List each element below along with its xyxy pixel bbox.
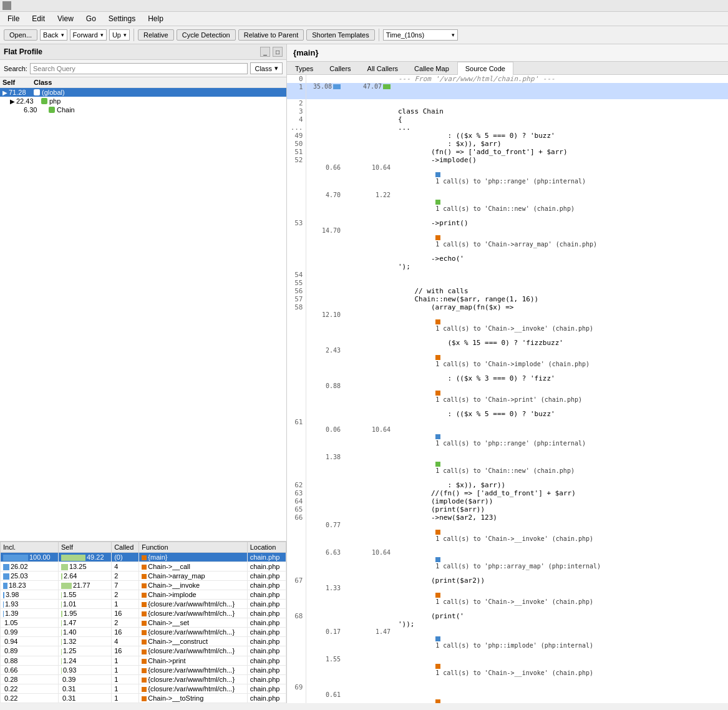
menu-help[interactable]: Help <box>145 13 166 24</box>
source-line[interactable]: 57 Chain::new($arr, range(1, 16)) <box>287 295 728 303</box>
tree-row[interactable]: ▶ 22.43 php <box>0 97 286 105</box>
profile-title: Flat Profile <box>4 47 42 56</box>
func-table-row[interactable]: 1.93 1.01 1 {closure:/var/www/html/ch...… <box>1 599 286 608</box>
src-cell: (implode($arr)) <box>393 497 728 505</box>
source-line[interactable]: 66 ->new($ar2, 123) <box>287 513 728 522</box>
tab-callee-map[interactable]: Callee Map <box>406 62 457 75</box>
maximize-button[interactable]: □ <box>273 47 283 57</box>
called-cell: 1 <box>112 693 139 703</box>
source-line[interactable]: 63 //(fn() => ['add_to_front'] + $arr) <box>287 489 728 497</box>
tab-all-callers[interactable]: All Callers <box>359 62 407 75</box>
tree-row[interactable]: ▶ 71.28 (global) <box>0 88 286 97</box>
func-table-row[interactable]: 0.89 1.25 16 {closure:/var/www/html/ch..… <box>1 646 286 656</box>
source-line[interactable]: 54 <box>287 271 728 279</box>
func-dot <box>142 668 147 673</box>
source-line[interactable]: : (($x % 5 === 0) ? 'buzz' <box>287 410 728 418</box>
source-line[interactable]: 69 <box>287 683 728 691</box>
source-line[interactable]: 0.61 1 call(s) to 'Chain->__invoke' (cha… <box>287 691 728 703</box>
source-line[interactable]: 56 // with calls <box>287 287 728 295</box>
func-table-row[interactable]: 3.98 1.55 2 Chain->implode chain.php <box>1 590 286 599</box>
tree-toggle[interactable]: ▶ <box>2 89 9 96</box>
line-num: 56 <box>287 287 306 295</box>
menu-edit[interactable]: Edit <box>29 13 47 24</box>
func-table-row[interactable]: 0.88 1.24 1 Chain->print chain.php <box>1 656 286 665</box>
func-cell: {main} <box>139 552 247 562</box>
func-table-row[interactable]: 0.28 0.39 1 {closure:/var/www/html/ch...… <box>1 674 286 684</box>
source-line[interactable]: 50 : $x)), $arr) <box>287 140 728 148</box>
source-view[interactable]: 0 --- From '/var/www/html/chain.php' ---… <box>287 75 728 703</box>
func-table-row[interactable]: 26.02 13.25 4 Chain->__call chain.php <box>1 562 286 571</box>
source-line[interactable]: 4 { <box>287 115 728 124</box>
up-dropdown[interactable]: Up▾ <box>109 29 130 41</box>
tree-toggle[interactable]: ▶ <box>10 98 16 105</box>
func-table-row[interactable]: 0.22 0.31 1 {closure:/var/www/html/ch...… <box>1 684 286 693</box>
source-line[interactable]: ... ... <box>287 124 728 132</box>
called-cell: 1 <box>112 684 139 693</box>
source-line[interactable]: 51 (fn() => ['add_to_front'] + $arr) <box>287 148 728 156</box>
tree-row[interactable]: ▶ 6.30 Chain <box>0 105 286 114</box>
func-table-row[interactable]: 0.22 0.31 1 Chain->__toString chain.php <box>1 693 286 703</box>
relative-parent-button[interactable]: Relative to Parent <box>238 29 304 41</box>
source-line[interactable]: 64 (implode($arr)) <box>287 497 728 505</box>
minimize-button[interactable]: _ <box>260 47 270 57</box>
source-line[interactable]: 12.10 1 call(s) to 'Chain->__invoke' (ch… <box>287 311 728 339</box>
func-table-row[interactable]: 100.00 49.22 (0) {main} chain.php <box>1 552 286 562</box>
source-line[interactable]: 53 ->print() <box>287 219 728 227</box>
source-line[interactable]: 1 35.08 47.07 <box>287 83 728 99</box>
source-line[interactable]: 2 <box>287 99 728 107</box>
source-line[interactable]: : (($x % 3 === 0) ? 'fizz' <box>287 374 728 382</box>
back-dropdown[interactable]: Back▾ <box>40 29 67 41</box>
source-line[interactable]: 2.43 1 call(s) to 'Chain->implode' (chai… <box>287 347 728 374</box>
cycle-detection-button[interactable]: Cycle Detection <box>177 29 236 41</box>
source-line[interactable]: 0.06 10.64 1 call(s) to 'php::range' (ph… <box>287 426 728 454</box>
func-table-row[interactable]: 1.05 1.47 2 Chain->__set chain.php <box>1 618 286 628</box>
tab-source-code[interactable]: Source Code <box>457 62 513 75</box>
menu-go[interactable]: Go <box>84 13 99 24</box>
tree-name: (global) <box>42 89 284 96</box>
source-line[interactable]: 49 : (($x % 5 === 0) ? 'buzz' <box>287 132 728 140</box>
menu-view[interactable]: View <box>55 13 76 24</box>
source-line[interactable]: 0.77 1 call(s) to 'Chain->__invoke' (cha… <box>287 522 728 549</box>
shorten-templates-button[interactable]: Shorten Templates <box>306 29 375 41</box>
class-dropdown[interactable]: Class ▾ <box>250 62 283 74</box>
source-line[interactable]: 65 (print($arr)) <box>287 505 728 513</box>
source-line[interactable]: 14.70 1 call(s) to 'Chain->array_map' (c… <box>287 227 728 255</box>
mem-val: 47.07 <box>363 83 382 90</box>
source-line[interactable]: 55 <box>287 279 728 287</box>
source-line[interactable]: 58 (array_map(fn($x) => <box>287 303 728 311</box>
menu-file[interactable]: File <box>5 13 22 24</box>
open-button[interactable]: Open... <box>4 29 37 41</box>
forward-dropdown[interactable]: Forward▾ <box>70 29 107 41</box>
relative-button[interactable]: Relative <box>138 29 174 41</box>
source-line[interactable]: ($x % 15 === 0) ? 'fizzbuzz' <box>287 339 728 347</box>
func-table-row[interactable]: 25.03 2.64 2 Chain->array_map chain.php <box>1 571 286 580</box>
source-line[interactable]: 0.66 10.64 1 call(s) to 'php::range' (ph… <box>287 164 728 192</box>
source-line[interactable]: ->echo(''); <box>287 255 728 271</box>
source-line[interactable]: 1.33 1 call(s) to 'Chain->__invoke' (cha… <box>287 585 728 612</box>
time-dropdown[interactable]: Time_(10ns)▾ <box>383 29 458 41</box>
source-line[interactable]: 6.63 10.64 1 call(s) to 'php::array_map'… <box>287 549 728 576</box>
func-table-row[interactable]: 0.94 1.32 4 Chain->__construct chain.php <box>1 637 286 646</box>
source-line[interactable]: 0.17 1.47 1 call(s) to 'php::implode' (p… <box>287 628 728 656</box>
tab-types[interactable]: Types <box>287 62 321 75</box>
source-line[interactable]: 62 : $x)), $arr)) <box>287 481 728 489</box>
func-table-row[interactable]: 0.99 1.40 16 {closure:/var/www/html/ch..… <box>1 628 286 637</box>
callout-cell: 1 call(s) to 'php::array_map' (php:inter… <box>393 549 728 576</box>
source-line[interactable]: 1.38 1 call(s) to 'Chain::new' (chain.ph… <box>287 454 728 481</box>
line-num <box>287 426 306 454</box>
search-input[interactable] <box>30 63 248 74</box>
source-line[interactable]: 3 class Chain <box>287 107 728 115</box>
func-table-row[interactable]: 1.39 1.95 16 {closure:/var/www/html/ch..… <box>1 609 286 618</box>
tab-callers[interactable]: Callers <box>321 62 359 75</box>
source-line[interactable]: 68 (print('')); <box>287 612 728 628</box>
func-table-row[interactable]: 0.66 0.93 1 {closure:/var/www/html/ch...… <box>1 665 286 674</box>
source-line[interactable]: 67 (print($ar2)) <box>287 576 728 585</box>
source-line[interactable]: 0.88 1 call(s) to 'Chain->print' (chain.… <box>287 382 728 410</box>
class-label: Class <box>255 65 272 72</box>
source-line[interactable]: 52 ->implode() <box>287 156 728 164</box>
func-table-row[interactable]: 18.23 21.77 7 Chain->__invoke chain.php <box>1 580 286 590</box>
source-line[interactable]: 61 <box>287 418 728 426</box>
source-line[interactable]: 1.55 1 call(s) to 'Chain->__invoke' (cha… <box>287 656 728 683</box>
menu-settings[interactable]: Settings <box>106 13 138 24</box>
source-line[interactable]: 4.70 1.22 1 call(s) to 'Chain::new' (cha… <box>287 192 728 219</box>
